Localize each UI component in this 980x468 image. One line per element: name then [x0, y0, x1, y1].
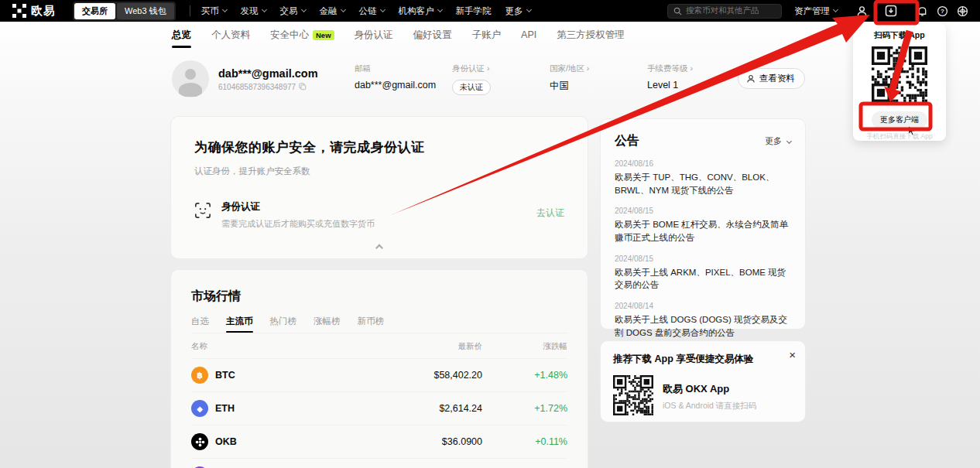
person-icon	[746, 74, 756, 84]
market-row-matic[interactable]: MATIC$0.40290+0.40%	[191, 458, 567, 468]
account-email: dab***@gmail.com	[218, 67, 334, 80]
help-icon[interactable]: ?	[932, 1, 952, 21]
promo-app-name: 欧易 OKX App	[663, 382, 756, 396]
app-download-promo: × 推荐下载 App 享受便捷交易体验 欧易 OKX App iOS & And…	[600, 340, 806, 422]
market-tab[interactable]: 新币榜	[358, 316, 385, 333]
top-navbar: 欧易 交易所 Web3 钱包 买币发现交易金融公链机构客户新手学院更多 搜索币对…	[0, 0, 980, 22]
profile-field[interactable]: 国家/地区 ›中国	[550, 63, 636, 95]
coin-change: +1.48%	[482, 370, 567, 381]
popup-title: 扫码下载 App	[853, 30, 946, 41]
nav-divider	[190, 5, 190, 16]
profile-field: 邮箱dab***@gmail.com	[355, 63, 441, 95]
kyc-item-desc: 需要完成认证后才能购买或充值数字货币	[221, 218, 375, 230]
announcements-panel: 公告 更多 2024/08/16欧易关于 TUP、THG、CONV、BLOK、B…	[600, 118, 806, 330]
coin-change: +0.11%	[482, 436, 567, 447]
kyc-subtitle: 认证身份，提升账户安全系数	[194, 166, 564, 177]
market-row-eth[interactable]: ◆ETH$2,614.24+1.72%	[191, 391, 567, 425]
kyc-banner: 为确保您的账户安全，请完成身份认证 认证身份，提升账户安全系数 身份认证 需要完…	[170, 116, 588, 259]
announcement-item[interactable]: 2024/08/14欧易关于上线 DOGS (DOGS) 现货交易及交割 DOG…	[615, 302, 791, 339]
download-app-popup: 扫码下载 App 更多客户端 手机扫码直接下载 App	[853, 23, 946, 141]
market-tab[interactable]: 涨幅榜	[314, 316, 341, 333]
collapse-banner-button[interactable]	[377, 240, 382, 254]
market-tabs: 自选主流币热门榜涨幅榜新币榜	[191, 316, 567, 333]
coin-price: $36.0900	[351, 436, 482, 447]
okx-account-overview-page: 欧易 交易所 Web3 钱包 买币发现交易金融公链机构客户新手学院更多 搜索币对…	[0, 0, 980, 468]
profile-fields: 邮箱dab***@gmail.com身份认证 ›未认证国家/地区 ›中国手续费等…	[355, 63, 745, 95]
subnav-tab[interactable]: 偏好设置	[413, 29, 452, 42]
nav-menu-item[interactable]: 更多	[505, 5, 531, 17]
subnav-tab[interactable]: API	[521, 29, 536, 40]
kyc-title: 为确保您的账户安全，请完成身份认证	[194, 138, 564, 156]
profile-field[interactable]: 身份认证 ›未认证	[452, 63, 539, 95]
promo-title: 推荐下载 App 享受便捷交易体验	[613, 353, 793, 366]
language-globe-icon[interactable]	[952, 1, 972, 21]
nav-menu-item[interactable]: 交易	[280, 5, 306, 17]
nav-menu-item[interactable]: 新手学院	[456, 5, 492, 17]
market-title: 市场行情	[191, 289, 567, 305]
cursor-icon	[908, 125, 917, 135]
market-tab[interactable]: 自选	[191, 316, 209, 333]
btc-coin-icon: ฿	[191, 367, 208, 384]
subnav-tab[interactable]: 身份认证	[355, 29, 393, 42]
subnav-tab[interactable]: 第三方授权管理	[557, 29, 625, 42]
coin-price: $58,402.20	[351, 370, 482, 381]
notifications-icon[interactable]	[912, 1, 932, 21]
go-verify-link[interactable]: 去认证	[536, 207, 564, 220]
chevron-down-icon	[222, 7, 228, 12]
avatar[interactable]	[172, 60, 209, 97]
profile-icon[interactable]	[852, 1, 872, 21]
chevron-down-icon	[437, 7, 443, 12]
popup-qr-code	[853, 46, 946, 105]
okx-logo[interactable]: 欧易	[12, 4, 56, 19]
chevron-up-icon	[375, 244, 383, 252]
new-badge: New	[313, 30, 334, 40]
search-placeholder: 搜索币对和其他产品	[686, 5, 759, 16]
announcement-item[interactable]: 2024/08/15欧易关于 BOME 杠杆交易、永续合约及简单赚币正式上线的公…	[615, 207, 791, 244]
coin-price: $2,614.24	[351, 403, 482, 414]
market-row-btc[interactable]: ฿BTC$58,402.20+1.48%	[191, 358, 567, 391]
download-app-icon[interactable]	[881, 1, 901, 21]
search-input[interactable]: 搜索币对和其他产品	[667, 4, 782, 19]
view-profile-button[interactable]: 查看资料	[738, 68, 805, 89]
nav-menu-item[interactable]: 发现	[241, 5, 266, 17]
announcements-more-link[interactable]: 更多	[765, 135, 791, 147]
popup-footnote: 手机扫码直接下载 App	[853, 132, 946, 142]
more-clients-button[interactable]: 更多客户端	[872, 111, 927, 128]
okx-logo-icon	[12, 4, 26, 18]
profile-field[interactable]: 手续费等级 ›Level 1	[647, 63, 734, 95]
kyc-item-title: 身份认证	[221, 200, 375, 214]
chevron-down-icon	[526, 7, 532, 12]
subnav-tab[interactable]: 子账户	[472, 29, 502, 42]
announcement-item[interactable]: 2024/08/16欧易关于 TUP、THG、CONV、BLOK、BRWL、NY…	[615, 159, 791, 196]
promo-desc: iOS & Android 请直接扫码	[663, 401, 756, 412]
subnav-tab[interactable]: 安全中心New	[270, 29, 334, 42]
announcements-title: 公告	[615, 133, 639, 149]
assets-menu[interactable]: 资产管理	[794, 5, 838, 17]
profile-summary: dab***@gmail.com 610468587396348977 邮箱da…	[172, 60, 805, 97]
subnav-tab[interactable]: 个人资料	[211, 29, 250, 42]
market-table-body: ฿BTC$58,402.20+1.48%◆ETH$2,614.24+1.72%O…	[191, 358, 567, 468]
status-badge: 未认证	[452, 80, 491, 95]
copy-icon[interactable]	[299, 83, 307, 91]
exchange-toggle[interactable]: 交易所	[74, 3, 115, 19]
nav-right-cluster: 搜索币对和其他产品 资产管理 ?	[667, 1, 972, 21]
market-tab[interactable]: 热门榜	[270, 316, 297, 333]
market-row-okb[interactable]: OKB$36.0900+0.11%	[191, 425, 567, 458]
subnav-tab[interactable]: 总览	[172, 29, 191, 42]
market-panel: 市场行情 自选主流币热门榜涨幅榜新币榜 名称 最新价 涨跌幅 ฿BTC$58,4…	[170, 269, 588, 468]
account-subnav: 总览个人资料安全中心New身份认证偏好设置子账户API第三方授权管理	[172, 23, 625, 46]
nav-menu-item[interactable]: 金融	[320, 5, 345, 17]
web3-wallet-toggle[interactable]: Web3 钱包	[117, 3, 174, 19]
chevron-down-icon	[833, 7, 838, 12]
announcement-item[interactable]: 2024/08/15欧易关于上线 ARKM、PIXEL、BOME 现货交易的公告	[615, 254, 791, 292]
coin-change: +1.72%	[482, 403, 567, 414]
nav-menu-item[interactable]: 公链	[359, 5, 385, 17]
announcements-list: 2024/08/16欧易关于 TUP、THG、CONV、BLOK、BRWL、NY…	[615, 159, 791, 339]
nav-menu-item[interactable]: 机构客户	[399, 5, 442, 17]
nav-menu-item[interactable]: 买币	[201, 5, 227, 17]
close-icon[interactable]: ×	[789, 348, 796, 361]
chevron-down-icon	[262, 7, 267, 12]
account-uid: 610468587396348977	[218, 83, 296, 91]
market-tab[interactable]: 主流币	[226, 316, 253, 333]
chevron-right-icon	[786, 138, 792, 144]
